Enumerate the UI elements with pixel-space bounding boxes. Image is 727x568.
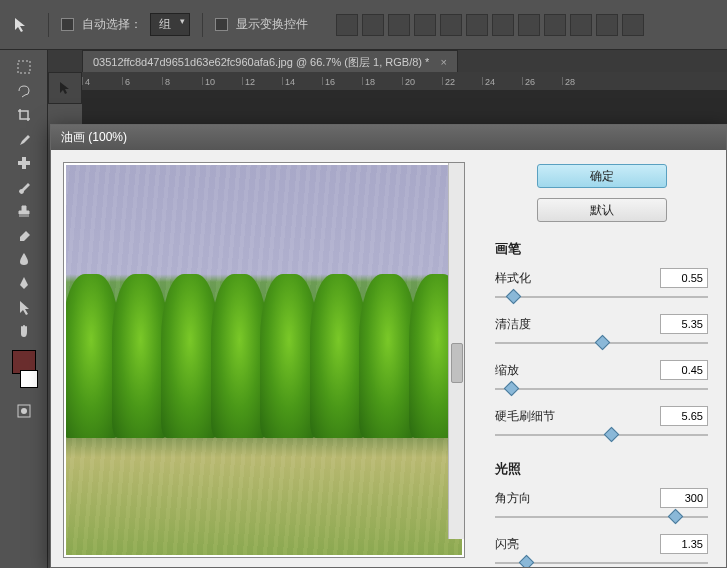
shine-label: 闪亮 [495, 536, 519, 553]
toolbox [0, 50, 48, 568]
stylization-label: 样式化 [495, 270, 531, 287]
crop-tool-icon[interactable] [13, 104, 35, 126]
stylization-slider[interactable] [495, 290, 708, 304]
show-transform-label: 显示变换控件 [236, 16, 308, 33]
align-icon[interactable] [440, 14, 462, 36]
ruler-tick: 18 [362, 77, 402, 85]
scale-value-input[interactable] [660, 360, 708, 380]
cleanliness-label: 清洁度 [495, 316, 531, 333]
document-tab[interactable]: 03512ffc8d47d9651d63e62fc960afa6.jpg @ 6… [82, 50, 458, 74]
path-select-tool-icon[interactable] [13, 296, 35, 318]
stylization-value-input[interactable] [660, 268, 708, 288]
close-tab-icon[interactable]: × [440, 56, 446, 68]
document-tab-bar: 03512ffc8d47d9651d63e62fc960afa6.jpg @ 6… [0, 50, 727, 74]
align-icon[interactable] [544, 14, 566, 36]
shine-slider-row: 闪亮 [495, 534, 708, 567]
ruler-tick: 12 [242, 77, 282, 85]
align-icon[interactable] [622, 14, 644, 36]
ruler-tick: 10 [202, 77, 242, 85]
controls-pane: 确定 默认 画笔 样式化 清洁度 缩放 [477, 150, 726, 567]
options-bar: 自动选择： 组 显示变换控件 [0, 0, 727, 50]
align-icon[interactable] [388, 14, 410, 36]
healing-tool-icon[interactable] [13, 152, 35, 174]
separator [202, 13, 203, 37]
ruler-tick: 6 [122, 77, 162, 85]
align-icon[interactable] [492, 14, 514, 36]
eyedropper-tool-icon[interactable] [13, 128, 35, 150]
move-tool-indicator [8, 11, 36, 39]
marquee-tool-icon[interactable] [13, 56, 35, 78]
scale-slider[interactable] [495, 382, 708, 396]
scale-label: 缩放 [495, 362, 519, 379]
hand-tool-icon[interactable] [13, 320, 35, 342]
cleanliness-slider-row: 清洁度 [495, 314, 708, 350]
ruler-tick: 8 [162, 77, 202, 85]
ruler-tick: 28 [562, 77, 602, 85]
horizontal-ruler: 4 6 8 10 12 14 16 18 20 22 24 26 28 [82, 72, 727, 90]
ruler-tick: 22 [442, 77, 482, 85]
quickmask-icon[interactable] [13, 400, 35, 422]
align-icon[interactable] [518, 14, 540, 36]
stylization-slider-row: 样式化 [495, 268, 708, 304]
ruler-tick: 26 [522, 77, 562, 85]
default-button[interactable]: 默认 [537, 198, 667, 222]
oil-paint-dialog: 油画 (100%) [50, 124, 727, 568]
ruler-tick: 4 [82, 77, 122, 85]
shine-slider[interactable] [495, 556, 708, 567]
background-color-swatch[interactable] [20, 370, 38, 388]
scale-slider-row: 缩放 [495, 360, 708, 396]
ruler-tick: 14 [282, 77, 322, 85]
align-icon[interactable] [596, 14, 618, 36]
shine-value-input[interactable] [660, 534, 708, 554]
bristle-value-input[interactable] [660, 406, 708, 426]
ruler-tick: 24 [482, 77, 522, 85]
lasso-tool-icon[interactable] [13, 80, 35, 102]
angular-value-input[interactable] [660, 488, 708, 508]
align-icon[interactable] [466, 14, 488, 36]
preview-vertical-scrollbar[interactable] [448, 163, 464, 539]
ruler-tick: 16 [322, 77, 362, 85]
scrollbar-thumb[interactable] [451, 343, 463, 383]
stamp-tool-icon[interactable] [13, 200, 35, 222]
blur-tool-icon[interactable] [13, 248, 35, 270]
separator [48, 13, 49, 37]
brush-tool-icon[interactable] [13, 176, 35, 198]
dialog-title[interactable]: 油画 (100%) [51, 125, 726, 150]
cleanliness-slider[interactable] [495, 336, 708, 350]
move-tool-icon[interactable] [54, 77, 76, 99]
lighting-section-title: 光照 [495, 460, 708, 478]
preview-pane [51, 150, 477, 567]
auto-select-label: 自动选择： [82, 16, 142, 33]
ruler-tick: 20 [402, 77, 442, 85]
preview-frame [63, 162, 465, 558]
secondary-tool-column [48, 72, 82, 104]
align-icon[interactable] [336, 14, 358, 36]
pen-tool-icon[interactable] [13, 272, 35, 294]
align-icon[interactable] [362, 14, 384, 36]
auto-select-dropdown[interactable]: 组 [150, 13, 190, 36]
angular-label: 角方向 [495, 490, 531, 507]
svg-rect-2 [22, 157, 26, 169]
show-transform-checkbox[interactable] [215, 18, 228, 31]
eraser-tool-icon[interactable] [13, 224, 35, 246]
cleanliness-value-input[interactable] [660, 314, 708, 334]
angular-slider[interactable] [495, 510, 708, 524]
svg-point-4 [21, 408, 27, 414]
preview-image[interactable] [66, 165, 462, 555]
svg-rect-0 [18, 61, 30, 73]
align-icons-group [336, 14, 644, 36]
angular-slider-row: 角方向 [495, 488, 708, 524]
document-tab-title: 03512ffc8d47d9651d63e62fc960afa6.jpg @ 6… [93, 56, 429, 68]
auto-select-checkbox[interactable] [61, 18, 74, 31]
bristle-slider-row: 硬毛刷细节 [495, 406, 708, 442]
align-icon[interactable] [570, 14, 592, 36]
brush-section-title: 画笔 [495, 240, 708, 258]
bristle-label: 硬毛刷细节 [495, 408, 555, 425]
ok-button[interactable]: 确定 [537, 164, 667, 188]
bristle-slider[interactable] [495, 428, 708, 442]
align-icon[interactable] [414, 14, 436, 36]
